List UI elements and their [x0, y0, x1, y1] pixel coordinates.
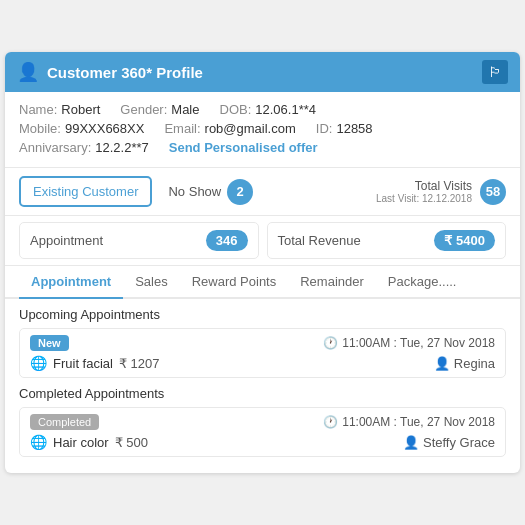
dob-item: DOB: 12.06.1**4	[220, 102, 317, 117]
appointments-section: Upcoming Appointments New 🕐 11:00AM : Tu…	[5, 299, 520, 473]
upcoming-service-name: Fruit facial	[53, 356, 113, 371]
email-item: Email: rob@gmail.com	[164, 121, 295, 136]
appointment-box: Appointment 346	[19, 222, 259, 259]
tab-reward-points[interactable]: Reward Points	[180, 266, 289, 299]
last-visit-label: Last Visit: 12.12.2018	[376, 193, 472, 204]
clock-icon-2: 🕐	[323, 415, 338, 429]
dob-value: 12.06.1**4	[255, 102, 316, 117]
email-label: Email:	[164, 121, 200, 136]
total-visits-group: Total Visits Last Visit: 12.12.2018 58	[376, 179, 506, 205]
completed-appointment-card: Completed 🕐 11:00AM : Tue, 27 Nov 2018 🌐…	[19, 407, 506, 457]
flag-icon[interactable]: 🏳	[482, 60, 508, 84]
upcoming-staff: 👤 Regina	[434, 356, 495, 371]
stats-row: Existing Customer No Show 2 Total Visits…	[5, 168, 520, 216]
name-label: Name:	[19, 102, 57, 117]
no-show-label: No Show	[168, 184, 221, 199]
name-item: Name: Robert	[19, 102, 100, 117]
send-offer-link[interactable]: Send Personalised offer	[169, 140, 318, 155]
anniversary-label: Annivarsary:	[19, 140, 91, 155]
upcoming-time-value: 11:00AM : Tue, 27 Nov 2018	[342, 336, 495, 350]
completed-card-bottom: 🌐 Hair color ₹ 500 👤 Steffy Grace	[30, 434, 495, 450]
gender-value: Male	[171, 102, 199, 117]
staff-person-icon-2: 👤	[403, 435, 419, 450]
tab-sales[interactable]: Sales	[123, 266, 180, 299]
total-visits-title: Total Visits	[376, 179, 472, 193]
completed-section-title: Completed Appointments	[19, 386, 506, 401]
completed-card-top: Completed 🕐 11:00AM : Tue, 27 Nov 2018	[30, 414, 495, 430]
anniversary-value: 12.2.2**7	[95, 140, 149, 155]
appt-revenue-row: Appointment 346 Total Revenue ₹ 5400	[5, 216, 520, 266]
header-left: 👤 Customer 360* Profile	[17, 61, 203, 83]
id-label: ID:	[316, 121, 333, 136]
appointment-count-badge: 346	[206, 230, 248, 251]
revenue-value-badge: ₹ 5400	[434, 230, 495, 251]
upcoming-price: ₹ 1207	[119, 356, 160, 371]
info-row-3: Annivarsary: 12.2.2**7 Send Personalised…	[19, 140, 506, 155]
revenue-label: Total Revenue	[278, 233, 427, 248]
completed-status-badge: Completed	[30, 414, 99, 430]
completed-service-name: Hair color	[53, 435, 109, 450]
completed-service: 🌐 Hair color ₹ 500	[30, 434, 148, 450]
mobile-value: 99XXX668XX	[65, 121, 145, 136]
total-visits-text: Total Visits Last Visit: 12.12.2018	[376, 179, 472, 204]
completed-time-value: 11:00AM : Tue, 27 Nov 2018	[342, 415, 495, 429]
info-row-2: Mobile: 99XXX668XX Email: rob@gmail.com …	[19, 121, 506, 136]
no-show-badge: 2	[227, 179, 253, 205]
globe-icon: 🌐	[30, 355, 47, 371]
dob-label: DOB:	[220, 102, 252, 117]
id-item: ID: 12858	[316, 121, 373, 136]
clock-icon: 🕐	[323, 336, 338, 350]
appointment-label: Appointment	[30, 233, 198, 248]
info-row-1: Name: Robert Gender: Male DOB: 12.06.1**…	[19, 102, 506, 117]
globe-icon-2: 🌐	[30, 434, 47, 450]
header-title: Customer 360* Profile	[47, 64, 203, 81]
mobile-label: Mobile:	[19, 121, 61, 136]
id-value: 12858	[336, 121, 372, 136]
tab-package[interactable]: Package.....	[376, 266, 469, 299]
upcoming-card-top: New 🕐 11:00AM : Tue, 27 Nov 2018	[30, 335, 495, 351]
customer-profile-card: 👤 Customer 360* Profile 🏳 Name: Robert G…	[5, 52, 520, 473]
completed-price: ₹ 500	[115, 435, 148, 450]
profile-header: 👤 Customer 360* Profile 🏳	[5, 52, 520, 92]
tabs-row: Appointment Sales Reward Points Remainde…	[5, 266, 520, 299]
upcoming-time: 🕐 11:00AM : Tue, 27 Nov 2018	[323, 336, 495, 350]
gender-item: Gender: Male	[120, 102, 199, 117]
new-status-badge: New	[30, 335, 69, 351]
mobile-item: Mobile: 99XXX668XX	[19, 121, 144, 136]
upcoming-staff-name: Regina	[454, 356, 495, 371]
anniversary-item: Annivarsary: 12.2.2**7	[19, 140, 149, 155]
revenue-box: Total Revenue ₹ 5400	[267, 222, 507, 259]
upcoming-section-title: Upcoming Appointments	[19, 307, 506, 322]
upcoming-appointment-card: New 🕐 11:00AM : Tue, 27 Nov 2018 🌐 Fruit…	[19, 328, 506, 378]
no-show-group: No Show 2	[168, 179, 253, 205]
info-section: Name: Robert Gender: Male DOB: 12.06.1**…	[5, 92, 520, 168]
tab-appointment[interactable]: Appointment	[19, 266, 123, 299]
name-value: Robert	[61, 102, 100, 117]
person-icon: 👤	[17, 61, 39, 83]
gender-label: Gender:	[120, 102, 167, 117]
upcoming-service: 🌐 Fruit facial ₹ 1207	[30, 355, 160, 371]
completed-staff-name: Steffy Grace	[423, 435, 495, 450]
tab-remainder[interactable]: Remainder	[288, 266, 376, 299]
completed-staff: 👤 Steffy Grace	[403, 435, 495, 450]
total-visits-badge: 58	[480, 179, 506, 205]
staff-person-icon: 👤	[434, 356, 450, 371]
existing-customer-button[interactable]: Existing Customer	[19, 176, 152, 207]
email-value: rob@gmail.com	[205, 121, 296, 136]
completed-time: 🕐 11:00AM : Tue, 27 Nov 2018	[323, 415, 495, 429]
upcoming-card-bottom: 🌐 Fruit facial ₹ 1207 👤 Regina	[30, 355, 495, 371]
